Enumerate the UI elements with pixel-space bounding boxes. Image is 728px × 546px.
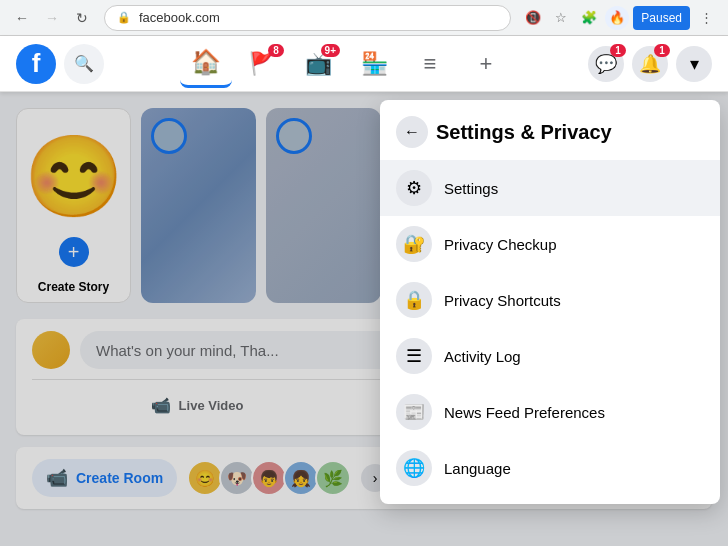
- news-feed-item[interactable]: 📰 News Feed Preferences: [380, 384, 720, 440]
- facebook-header: f 🔍 🏠 🚩 8 📺 9+ 🏪 ≡ + 💬 1 🔔: [0, 36, 728, 92]
- privacy-shortcuts-label: Privacy Shortcuts: [444, 292, 561, 309]
- news-feed-icon-wrapper: 📰: [396, 394, 432, 430]
- pages-badge: 8: [268, 44, 284, 57]
- menu-icon: ≡: [424, 51, 437, 77]
- main-navigation: 🏠 🚩 8 📺 9+ 🏪 ≡ +: [104, 40, 588, 88]
- search-button[interactable]: 🔍: [64, 44, 104, 84]
- messenger-badge: 1: [610, 44, 626, 57]
- newspaper-icon: 📰: [403, 401, 425, 423]
- dropdown-title: Settings & Privacy: [436, 121, 612, 144]
- watch-badge: 9+: [321, 44, 340, 57]
- settings-item[interactable]: ⚙ Settings ←: [380, 160, 720, 216]
- main-content: 😊 + Create Story: [0, 92, 728, 546]
- privacy-checkup-label: Privacy Checkup: [444, 236, 557, 253]
- nav-add[interactable]: +: [460, 40, 512, 88]
- address-bar[interactable]: 🔒 facebook.com: [104, 5, 511, 31]
- language-icon-wrapper: 🌐: [396, 450, 432, 486]
- extensions-icon[interactable]: 🧩: [577, 6, 601, 30]
- nav-menu[interactable]: ≡: [404, 40, 456, 88]
- language-label: Language: [444, 460, 511, 477]
- activity-log-label: Activity Log: [444, 348, 521, 365]
- facebook-logo[interactable]: f: [16, 44, 56, 84]
- search-icon: 🔍: [74, 54, 94, 73]
- star-icon[interactable]: ☆: [549, 6, 573, 30]
- lock-shortcuts-icon: 🔒: [403, 289, 425, 311]
- globe-icon: 🌐: [403, 457, 425, 479]
- nav-marketplace[interactable]: 🏪: [348, 40, 400, 88]
- back-button[interactable]: ←: [10, 6, 34, 30]
- dropdown-header: ← Settings & Privacy: [380, 108, 720, 160]
- back-icon: ←: [404, 123, 420, 141]
- nav-watch[interactable]: 📺 9+: [292, 40, 344, 88]
- browser-chrome: ← → ↻ 🔒 facebook.com 📵 ☆ 🧩 🔥 Paused ⋮: [0, 0, 728, 36]
- reload-button[interactable]: ↻: [70, 6, 94, 30]
- cast-icon[interactable]: 📵: [521, 6, 545, 30]
- nav-home[interactable]: 🏠: [180, 40, 232, 88]
- chevron-down-icon: ▾: [690, 53, 699, 75]
- lock-icon: 🔒: [117, 11, 131, 24]
- paused-button[interactable]: Paused: [633, 6, 690, 30]
- privacy-checkup-item[interactable]: 🔐 Privacy Checkup: [380, 216, 720, 272]
- notifications-button[interactable]: 🔔 1: [632, 46, 668, 82]
- browser-actions: 📵 ☆ 🧩 🔥 Paused ⋮: [521, 6, 718, 30]
- privacy-shortcuts-item[interactable]: 🔒 Privacy Shortcuts: [380, 272, 720, 328]
- news-feed-label: News Feed Preferences: [444, 404, 605, 421]
- url-text: facebook.com: [139, 10, 220, 25]
- privacy-shortcuts-icon-wrapper: 🔒: [396, 282, 432, 318]
- more-options-icon[interactable]: ⋮: [694, 6, 718, 30]
- list-icon: ☰: [406, 345, 422, 367]
- lock-checkup-icon: 🔐: [403, 233, 425, 255]
- profile-flame-icon[interactable]: 🔥: [605, 6, 629, 30]
- marketplace-icon: 🏪: [361, 51, 388, 77]
- nav-pages[interactable]: 🚩 8: [236, 40, 288, 88]
- add-icon: +: [480, 51, 493, 77]
- notifications-badge: 1: [654, 44, 670, 57]
- back-button[interactable]: ←: [396, 116, 428, 148]
- settings-icon-wrapper: ⚙: [396, 170, 432, 206]
- home-icon: 🏠: [191, 48, 221, 76]
- nav-buttons: ← → ↻: [10, 6, 94, 30]
- account-button[interactable]: ▾: [676, 46, 712, 82]
- gear-icon: ⚙: [406, 177, 422, 199]
- activity-log-icon-wrapper: ☰: [396, 338, 432, 374]
- messenger-button[interactable]: 💬 1: [588, 46, 624, 82]
- activity-log-item[interactable]: ☰ Activity Log: [380, 328, 720, 384]
- forward-button[interactable]: →: [40, 6, 64, 30]
- language-item[interactable]: 🌐 Language: [380, 440, 720, 496]
- header-actions: 💬 1 🔔 1 ▾: [588, 46, 712, 82]
- settings-label: Settings: [444, 180, 498, 197]
- settings-privacy-dropdown: ← Settings & Privacy ⚙ Settings ← 🔐 Priv…: [380, 100, 720, 504]
- privacy-checkup-icon-wrapper: 🔐: [396, 226, 432, 262]
